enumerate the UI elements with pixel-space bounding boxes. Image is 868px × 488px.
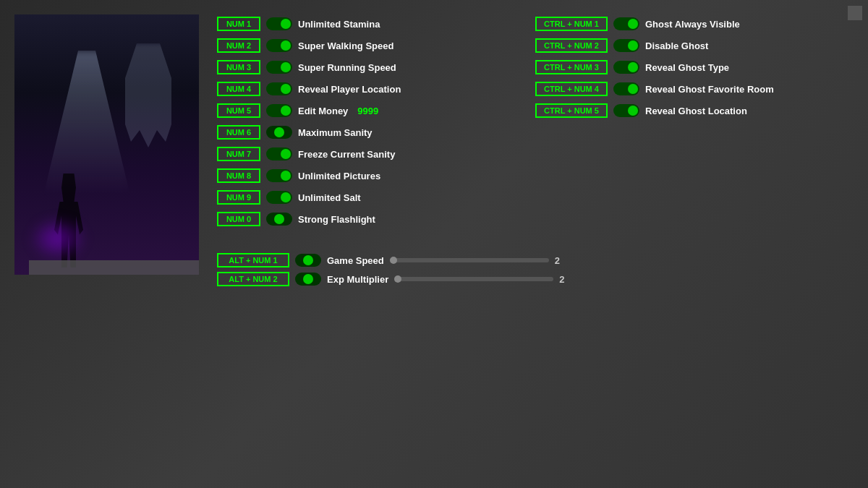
- slider-thumb[interactable]: [394, 275, 401, 283]
- control-label: Reveal Ghost Type: [645, 62, 729, 73]
- ghost-silhouette-decoration: [119, 43, 177, 159]
- control-row: NUM 0Strong Flashlight: [217, 210, 535, 228]
- control-label: Unlimited Stamina: [298, 19, 380, 30]
- game-title: [100, 14, 114, 29]
- key-badge[interactable]: NUM 9: [217, 190, 260, 205]
- toggle-switch[interactable]: [613, 39, 639, 52]
- close-button[interactable]: [848, 6, 862, 20]
- trainer-label: [29, 260, 199, 275]
- key-badge[interactable]: NUM 7: [217, 147, 260, 161]
- control-label: Edit Money: [298, 106, 348, 116]
- control-label: Ghost Always Visible: [645, 19, 740, 30]
- key-badge[interactable]: NUM 4: [217, 82, 260, 96]
- control-row: CTRL + NUM 1Ghost Always Visible: [535, 14, 854, 33]
- left-controls: NUM 1Unlimited StaminaNUM 2Super Walking…: [217, 14, 535, 228]
- key-badge[interactable]: NUM 8: [217, 168, 260, 183]
- control-label: Strong Flashlight: [298, 214, 375, 225]
- money-value: 9999: [357, 106, 378, 116]
- light-beam-decoration: [43, 51, 130, 195]
- slider-value: 2: [559, 274, 574, 285]
- key-badge[interactable]: NUM 1: [217, 17, 260, 31]
- toggle-switch[interactable]: [613, 61, 639, 74]
- control-row: NUM 8Unlimited Pictures: [217, 166, 535, 185]
- toggle-switch[interactable]: [266, 39, 292, 52]
- control-row: NUM 7Freeze Current Sanity: [217, 145, 535, 163]
- key-badge[interactable]: NUM 0: [217, 212, 260, 226]
- slider-thumb[interactable]: [390, 257, 397, 264]
- slider-row: ALT + NUM 2Exp Multiplier2: [217, 272, 574, 286]
- toggle-switch[interactable]: [266, 17, 292, 30]
- control-label: Maximum Sanity: [298, 127, 373, 138]
- key-badge[interactable]: NUM 6: [217, 125, 260, 140]
- toggle-switch[interactable]: [266, 191, 292, 204]
- game-scene: [14, 29, 199, 275]
- control-row: CTRL + NUM 2Disable Ghost: [535, 36, 854, 55]
- key-badge[interactable]: CTRL + NUM 4: [535, 82, 608, 96]
- main-window: NUM 1Unlimited StaminaNUM 2Super Walking…: [0, 0, 868, 488]
- control-label: Reveal Ghost Location: [645, 106, 747, 116]
- key-badge[interactable]: ALT + NUM 1: [217, 253, 289, 267]
- toggle-switch[interactable]: [266, 169, 292, 182]
- bottom-controls: ALT + NUM 1Game Speed2ALT + NUM 2Exp Mul…: [217, 253, 574, 286]
- control-row: NUM 2Super Walking Speed: [217, 36, 535, 55]
- key-badge[interactable]: NUM 5: [217, 103, 260, 118]
- toggle-switch[interactable]: [295, 273, 321, 286]
- control-label: Reveal Ghost Favorite Room: [645, 84, 774, 95]
- control-row: NUM 6Maximum Sanity: [217, 123, 535, 142]
- control-row: CTRL + NUM 4Reveal Ghost Favorite Room: [535, 80, 854, 98]
- game-image-panel: [14, 14, 199, 275]
- control-row: NUM 3Super Running Speed: [217, 58, 535, 77]
- control-label: Disable Ghost: [645, 40, 708, 51]
- control-label: Unlimited Salt: [298, 192, 361, 203]
- slider-track[interactable]: [390, 258, 549, 262]
- control-row: NUM 9Unlimited Salt: [217, 188, 535, 207]
- control-label: Super Running Speed: [298, 62, 396, 73]
- slider-value: 2: [555, 255, 569, 266]
- toggle-switch[interactable]: [613, 17, 639, 30]
- control-row: NUM 1Unlimited Stamina: [217, 14, 535, 33]
- toggle-switch[interactable]: [266, 104, 292, 117]
- purple-glow-decoration: [29, 217, 87, 260]
- toggle-switch[interactable]: [266, 147, 292, 160]
- key-badge[interactable]: ALT + NUM 2: [217, 272, 289, 286]
- control-row: NUM 5Edit Money9999: [217, 101, 535, 120]
- toggle-switch[interactable]: [266, 126, 292, 139]
- key-badge[interactable]: CTRL + NUM 3: [535, 60, 608, 74]
- slider-container: 2: [390, 255, 569, 266]
- control-row: CTRL + NUM 3Reveal Ghost Type: [535, 58, 854, 77]
- key-badge[interactable]: CTRL + NUM 2: [535, 38, 608, 53]
- control-row: CTRL + NUM 5Reveal Ghost Location: [535, 101, 854, 120]
- toggle-switch[interactable]: [266, 61, 292, 74]
- toggle-switch[interactable]: [613, 82, 639, 95]
- slider-track[interactable]: [394, 277, 553, 281]
- toggle-switch[interactable]: [613, 104, 639, 117]
- toggle-switch[interactable]: [266, 213, 292, 226]
- control-label: Freeze Current Sanity: [298, 149, 395, 160]
- control-label: Reveal Player Location: [298, 84, 401, 95]
- key-badge[interactable]: CTRL + NUM 5: [535, 103, 608, 118]
- right-controls: CTRL + NUM 1Ghost Always VisibleCTRL + N…: [535, 14, 854, 228]
- control-label: Unlimited Pictures: [298, 171, 380, 181]
- key-badge[interactable]: NUM 3: [217, 60, 260, 74]
- controls-area: NUM 1Unlimited StaminaNUM 2Super Walking…: [217, 14, 854, 228]
- control-label: Exp Multiplier: [327, 274, 388, 285]
- key-badge[interactable]: NUM 2: [217, 38, 260, 53]
- control-row: NUM 4Reveal Player Location: [217, 80, 535, 98]
- control-label: Game Speed: [327, 255, 384, 266]
- slider-row: ALT + NUM 1Game Speed2: [217, 253, 574, 267]
- toggle-switch[interactable]: [266, 82, 292, 95]
- key-badge[interactable]: CTRL + NUM 1: [535, 17, 608, 31]
- control-label: Super Walking Speed: [298, 40, 393, 51]
- toggle-switch[interactable]: [295, 254, 321, 267]
- slider-container: 2: [394, 274, 574, 285]
